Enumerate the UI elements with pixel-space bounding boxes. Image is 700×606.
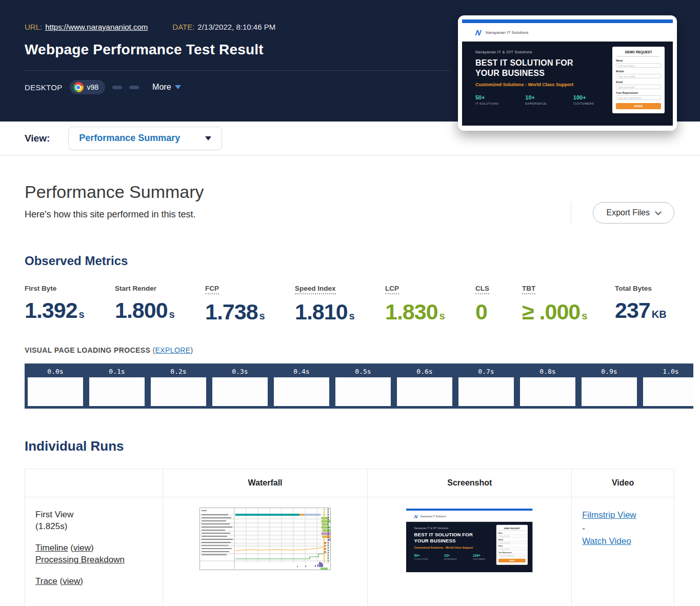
metric-label: Total Bytes — [615, 285, 652, 292]
stat-label: IT SOLUTIONS — [475, 102, 498, 105]
table-row: First View (1.825s) Timeline (view) Proc… — [25, 497, 674, 606]
metric-label[interactable]: FCP — [205, 285, 219, 294]
waterfall-cell — [163, 497, 368, 606]
name-field-label: Name — [616, 59, 661, 62]
metric-value: 1.830 — [385, 299, 438, 325]
metric-label[interactable]: Speed Index — [295, 285, 336, 294]
film-frame — [151, 377, 206, 406]
metric-unit: s — [349, 310, 355, 322]
metric-value: 1.392 — [25, 298, 77, 323]
filmstrip-view-link[interactable]: Filmstrip View — [582, 509, 636, 522]
browser-badge[interactable]: v98 — [70, 80, 106, 94]
site-preview-thumbnail[interactable]: N Narayanan IT Solutions Narayanan IT & … — [458, 15, 677, 131]
metric-label[interactable]: TBT — [522, 285, 535, 294]
date-label: DATE: — [172, 23, 194, 31]
site-logo-text: Narayanan IT Solutions — [486, 30, 528, 35]
film-slot: 0.1s — [86, 366, 148, 409]
browser-version: v98 — [87, 83, 99, 91]
video-links-separator: - — [582, 522, 674, 535]
stat-value: 100+ — [573, 94, 594, 100]
chevron-down-icon — [655, 209, 662, 215]
timeline-link[interactable]: Timeline — [35, 543, 68, 553]
film-frame — [212, 377, 268, 406]
metric-value: 1.800 — [115, 298, 168, 323]
filmstrip-title: VISUAL PAGE LOADING PROCESS — [25, 346, 150, 354]
demo-request-form: DEMO REQUEST Name Type your name Mobile … — [496, 525, 528, 565]
film-slot: 0.9s — [578, 366, 640, 409]
requirement-input: Type your requirement — [498, 554, 526, 557]
metric-label: Start Render — [115, 285, 156, 292]
stat-label: EXPERIENCE — [525, 102, 546, 105]
export-area: Export Files — [571, 201, 674, 224]
send-button: SEND — [616, 103, 661, 109]
metric-first-byte: First Byte 1.392s — [25, 284, 115, 325]
watch-video-link[interactable]: Watch Video — [582, 535, 631, 548]
stat-label: IT SOLUTIONS — [414, 558, 428, 560]
film-frame — [274, 377, 329, 406]
email-input: Type your email — [498, 548, 526, 550]
view-label: View: — [25, 133, 50, 144]
form-title: DEMO REQUEST — [498, 527, 526, 529]
email-input: Type your email — [616, 85, 661, 89]
collapsed-indicator-pill — [112, 86, 122, 89]
main-content: Performance Summary Here's how this site… — [0, 182, 700, 606]
email-field-label: Email — [498, 545, 526, 547]
film-frame — [643, 377, 693, 406]
site-logo-icon: N — [475, 28, 482, 37]
export-files-button[interactable]: Export Files — [593, 202, 674, 224]
observed-metrics-title: Observed Metrics — [25, 254, 675, 268]
run-screenshot-thumbnail[interactable]: N Narayanan IT Solutions Narayanan IT & … — [406, 509, 533, 573]
metric-value: 1.738 — [205, 299, 258, 325]
view-select[interactable]: Performance Summary — [68, 127, 222, 150]
filmstrip[interactable]: 0.0s 0.1s 0.2s 0.3s 0.4s 0.5s 0.6s 0.7s … — [25, 363, 693, 409]
metric-unit: KB — [652, 309, 667, 320]
timeline-view-link[interactable]: view — [73, 543, 91, 553]
first-view-label: First View — [35, 509, 163, 520]
trace-view-link[interactable]: view — [63, 576, 80, 586]
chevron-down-icon — [175, 85, 181, 89]
name-input: Type your name — [616, 63, 661, 68]
site-headline: BEST IT SOLUTION FOR YOUR BUSINESS — [414, 532, 487, 544]
metrics-row: First Byte 1.392s Start Render 1.800s FC… — [25, 284, 675, 325]
stat-label: EXPERIENCE — [444, 558, 457, 560]
header-divider — [25, 70, 450, 71]
film-time: 0.4s — [271, 366, 332, 377]
metric-label[interactable]: CLS — [475, 285, 489, 294]
stat-item: 10+ EXPERIENCE — [525, 94, 546, 105]
site-logo-text: Narayanan IT Solutions — [420, 515, 446, 517]
film-time: 0.5s — [332, 366, 394, 377]
explore-link[interactable]: EXPLORE — [155, 346, 191, 354]
metric-value: ≥ .000 — [522, 299, 580, 325]
stat-item: 100+ CUSTOMERS — [573, 94, 594, 105]
metric-unit: s — [259, 310, 265, 322]
stat-item: 50+ IT SOLUTIONS — [475, 94, 498, 105]
screenshot-column-header: Screenshot — [368, 469, 572, 497]
run-label-cell: First View (1.825s) Timeline (view) Proc… — [25, 497, 163, 606]
film-time: 0.6s — [394, 366, 455, 377]
screenshot-cell: N Narayanan IT Solutions Narayanan IT & … — [368, 497, 572, 606]
film-time: 0.2s — [148, 366, 209, 377]
metric-total-bytes: Total Bytes 237KB — [615, 284, 667, 325]
processing-breakdown-link[interactable]: Processing Breakdown — [35, 555, 125, 564]
paren-close: ) — [91, 543, 94, 553]
name-field-label: Name — [498, 532, 526, 534]
metric-label[interactable]: LCP — [385, 285, 399, 294]
metric-tbt: TBT ≥ .000s — [522, 284, 615, 325]
film-time: 1.0s — [640, 366, 693, 377]
trace-link[interactable]: Trace — [35, 576, 57, 586]
waterfall-thumbnail[interactable] — [199, 508, 331, 570]
metric-value: 237 — [615, 298, 650, 323]
form-subtitle-line — [499, 531, 525, 531]
tested-url-link[interactable]: https://www.narayananiot.com — [45, 23, 148, 31]
metric-fcp: FCP 1.738s — [205, 284, 295, 325]
email-field-label: Email — [616, 80, 661, 84]
stat-item: 50+ IT SOLUTIONS — [414, 554, 428, 560]
more-button[interactable]: More — [152, 83, 181, 92]
filmstrip-caption: VISUAL PAGE LOADING PROCESS (EXPLORE) — [25, 346, 675, 354]
export-files-label: Export Files — [607, 208, 650, 217]
site-hero: Narayanan IT & IOT Solutions BEST IT SOL… — [462, 42, 673, 126]
individual-runs-title: Individual Runs — [25, 438, 675, 454]
mobile-input: Type your mobile — [616, 74, 661, 78]
film-frame — [458, 377, 514, 406]
site-headline: BEST IT SOLUTION FOR YOUR BUSINESS — [475, 58, 597, 78]
